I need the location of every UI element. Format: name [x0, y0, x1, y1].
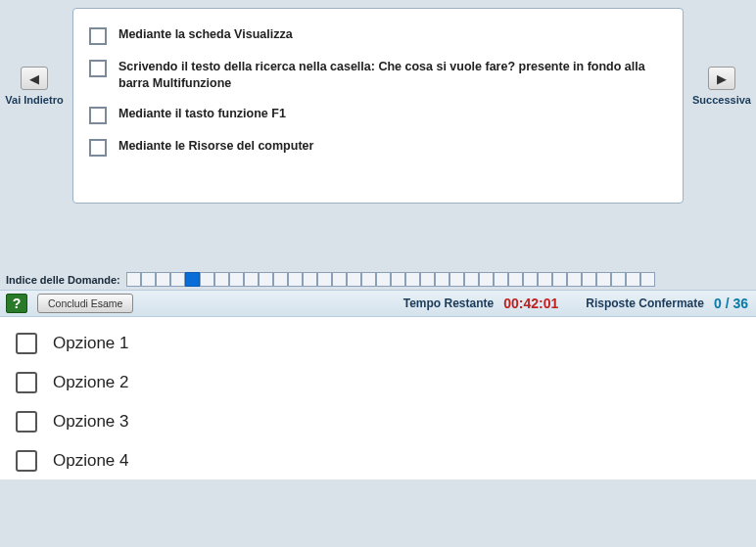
index-box[interactable] [185, 272, 200, 287]
answer-checkbox[interactable] [89, 107, 107, 124]
index-box[interactable] [273, 272, 288, 287]
index-box[interactable] [596, 272, 611, 287]
index-box[interactable] [391, 272, 405, 287]
option-checkbox[interactable] [16, 450, 37, 472]
option-row: Opzione 3 [16, 411, 740, 433]
index-box[interactable] [126, 272, 141, 287]
option-row: Opzione 1 [16, 333, 740, 354]
index-box[interactable] [303, 272, 317, 287]
answer-row: Scrivendo il testo della ricerca nella c… [89, 59, 665, 92]
nav-next-block: ▶ Successiva [687, 8, 756, 106]
option-checkbox[interactable] [16, 411, 37, 433]
index-box[interactable] [420, 272, 435, 287]
option-checkbox[interactable] [16, 372, 37, 393]
index-box[interactable] [538, 272, 552, 287]
index-box[interactable] [214, 272, 229, 287]
index-box[interactable] [552, 272, 567, 287]
answer-row: Mediante la scheda Visualizza [89, 26, 665, 45]
nav-prev-block: ◀ Vai Indietro [0, 8, 69, 106]
time-remaining-label: Tempo Restante [403, 296, 494, 310]
confirmed-label: Risposte Confermate [586, 296, 704, 310]
index-box[interactable] [611, 272, 626, 287]
index-box[interactable] [317, 272, 332, 287]
answer-row: Mediante il tasto funzione F1 [89, 106, 665, 124]
index-box[interactable] [229, 272, 244, 287]
option-label: Opzione 4 [53, 451, 129, 471]
index-box[interactable] [170, 272, 185, 287]
conclude-exam-button[interactable]: Concludi Esame [37, 294, 133, 313]
help-button[interactable]: ? [6, 294, 27, 313]
answer-row: Mediante le Risorse del computer [89, 138, 665, 157]
index-box[interactable] [361, 272, 376, 287]
next-label: Successiva [692, 94, 751, 106]
index-box[interactable] [259, 272, 273, 287]
index-box[interactable] [567, 272, 582, 287]
index-box[interactable] [405, 272, 420, 287]
answer-checkbox[interactable] [89, 139, 107, 157]
next-arrow-icon[interactable]: ▶ [708, 67, 735, 90]
index-box[interactable] [288, 272, 303, 287]
index-box[interactable] [464, 272, 479, 287]
option-checkbox[interactable] [16, 333, 37, 354]
answer-text: Mediante la scheda Visualizza [118, 26, 293, 43]
index-box[interactable] [200, 272, 214, 287]
question-index-row: Indice delle Domande: [0, 272, 756, 287]
prev-label: Vai Indietro [5, 94, 63, 106]
index-box[interactable] [449, 272, 464, 287]
option-label: Opzione 2 [53, 373, 129, 392]
options-list: Opzione 1 Opzione 2 Opzione 3 Opzione 4 [0, 317, 756, 479]
option-label: Opzione 1 [53, 334, 129, 353]
status-bar: ? Concludi Esame Tempo Restante 00:42:01… [0, 290, 756, 317]
index-box[interactable] [640, 272, 655, 287]
answer-checkbox[interactable] [89, 27, 107, 45]
index-box[interactable] [141, 272, 156, 287]
option-row: Opzione 2 [16, 372, 740, 393]
index-box[interactable] [347, 272, 361, 287]
answer-text: Mediante le Risorse del computer [118, 138, 313, 155]
question-panel: Mediante la scheda Visualizza Scrivendo … [72, 8, 684, 204]
index-box[interactable] [244, 272, 259, 287]
index-box[interactable] [376, 272, 391, 287]
index-boxes [126, 272, 655, 287]
prev-arrow-icon[interactable]: ◀ [21, 67, 48, 90]
index-box[interactable] [582, 272, 596, 287]
index-box[interactable] [435, 272, 449, 287]
index-label: Indice delle Domande: [6, 274, 120, 286]
option-row: Opzione 4 [16, 450, 740, 472]
answer-checkbox[interactable] [89, 60, 107, 77]
index-box[interactable] [156, 272, 170, 287]
time-remaining-value: 00:42:01 [503, 296, 558, 311]
option-label: Opzione 3 [53, 412, 129, 432]
answer-text: Scrivendo il testo della ricerca nella c… [118, 59, 665, 92]
index-box[interactable] [479, 272, 494, 287]
index-box[interactable] [332, 272, 347, 287]
index-box[interactable] [523, 272, 538, 287]
index-box[interactable] [626, 272, 640, 287]
confirmed-value: 0 / 36 [714, 296, 748, 311]
answer-text: Mediante il tasto funzione F1 [118, 106, 286, 122]
index-box[interactable] [508, 272, 523, 287]
index-box[interactable] [494, 272, 508, 287]
